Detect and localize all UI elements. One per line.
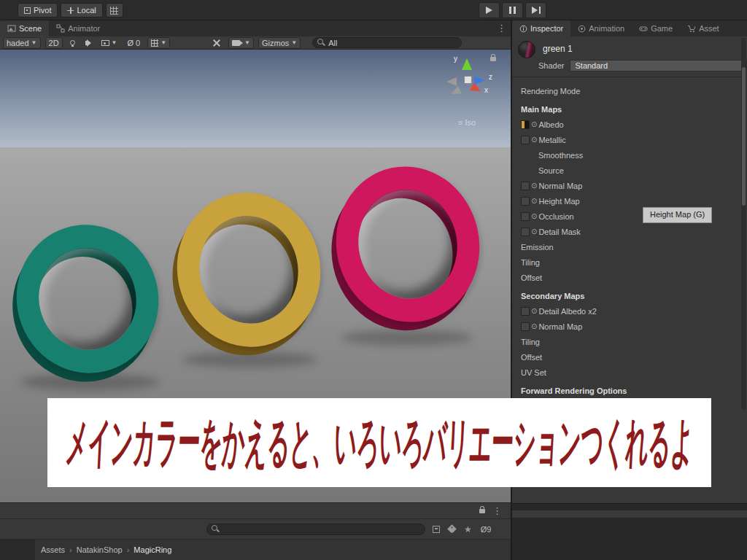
- texture-slot[interactable]: [521, 228, 530, 236]
- inspector-scrollbar[interactable]: [741, 38, 746, 410]
- shading-mode-dropdown[interactable]: haded ▼: [3, 37, 41, 49]
- scrollbar-thumb[interactable]: [742, 67, 746, 206]
- property-detail-mask[interactable]: ⊙Detail Mask: [512, 224, 747, 239]
- property-emission[interactable]: Emission: [512, 239, 747, 254]
- grid-dropdown[interactable]: ▼: [147, 37, 170, 49]
- axis-cone-negative-x[interactable]: [446, 77, 457, 86]
- scene-audio-toggle[interactable]: [82, 37, 94, 49]
- camera-dropdown[interactable]: ▼: [228, 37, 254, 49]
- property-label: Tiling: [521, 338, 540, 346]
- scene-icon: [7, 24, 16, 33]
- play-button[interactable]: [479, 2, 500, 18]
- property-tiling[interactable]: Tiling: [512, 334, 747, 349]
- orientation-gizmo[interactable]: y z x: [438, 57, 499, 104]
- breadcrumb-natakinshop[interactable]: NatakinShop: [77, 545, 123, 554]
- animator-icon: [56, 24, 65, 33]
- label-filter-icon[interactable]: [447, 524, 457, 534]
- object-picker-icon[interactable]: ⊙: [531, 136, 537, 144]
- property-tiling[interactable]: Tiling: [512, 254, 747, 270]
- scene-visibility-toggle[interactable]: Ø0: [125, 37, 144, 49]
- material-preview-sphere[interactable]: [518, 41, 535, 58]
- property-label: Main Maps: [521, 105, 562, 114]
- chevron-down-icon: ▼: [31, 39, 37, 46]
- property-offset[interactable]: Offset: [512, 270, 747, 285]
- object-picker-icon[interactable]: ⊙: [531, 197, 537, 205]
- object-picker-icon[interactable]: ⊙: [531, 228, 537, 236]
- grid-snap-button[interactable]: [106, 3, 123, 18]
- property-normal-map[interactable]: ⊙Normal Map: [512, 178, 747, 193]
- property-uv-set[interactable]: UV Set: [512, 365, 747, 380]
- shader-dropdown[interactable]: Standard: [570, 60, 747, 71]
- tab-game[interactable]: Game: [632, 20, 680, 36]
- step-button[interactable]: [525, 2, 546, 18]
- property-albedo[interactable]: ⊙Albedo: [512, 117, 747, 132]
- tab-scene-label: Scene: [19, 24, 42, 33]
- property-label: Metallic: [538, 136, 565, 144]
- tab-asset-store[interactable]: Asset: [680, 20, 727, 36]
- tooltip: Height Map (G): [643, 207, 712, 223]
- asset-store-cart-icon: [687, 25, 696, 33]
- tab-animation[interactable]: Animation: [570, 20, 632, 36]
- 2d-label: 2D: [49, 39, 59, 47]
- breadcrumb-separator: [127, 545, 130, 554]
- breadcrumb-magicring[interactable]: MagicRing: [133, 545, 171, 554]
- scene-panel-menu-icon[interactable]: ⋮: [497, 23, 506, 34]
- pause-button[interactable]: [502, 2, 523, 18]
- lock-icon[interactable]: [490, 57, 496, 61]
- project-search-input[interactable]: [206, 524, 425, 535]
- texture-slot[interactable]: [521, 136, 530, 144]
- property-rendering-mode[interactable]: Rendering Mode: [512, 83, 747, 98]
- texture-slot[interactable]: [521, 212, 530, 221]
- tab-scene[interactable]: Scene: [0, 20, 49, 36]
- texture-slot[interactable]: [521, 197, 530, 206]
- project-search-row: ★ Ø9: [0, 519, 511, 540]
- object-picker-icon[interactable]: ⊙: [531, 120, 537, 128]
- albedo-color-swatch[interactable]: [521, 120, 530, 129]
- gizmos-dropdown[interactable]: Gizmos ▼: [258, 37, 301, 49]
- lock-icon[interactable]: [479, 509, 485, 513]
- axis-cone-negative-z[interactable]: [449, 86, 462, 98]
- shading-mode-label: haded: [7, 39, 29, 47]
- axis-cone-y[interactable]: [462, 58, 472, 70]
- property-forward-rendering-options[interactable]: Forward Rendering Options: [512, 383, 747, 398]
- property-source[interactable]: Source: [512, 163, 747, 178]
- object-picker-icon[interactable]: ⊙: [531, 307, 537, 315]
- property-normal-map[interactable]: ⊙Normal Map: [512, 319, 747, 334]
- property-metallic[interactable]: ⊙Metallic: [512, 132, 747, 147]
- tab-animator[interactable]: Animator: [49, 20, 107, 36]
- texture-slot[interactable]: [521, 307, 530, 316]
- tab-inspector-label: Inspector: [530, 24, 563, 33]
- object-picker-icon[interactable]: ⊙: [531, 182, 537, 190]
- property-main-maps[interactable]: Main Maps: [512, 101, 747, 117]
- breadcrumb: Assets NatakinShop MagicRing: [0, 540, 511, 560]
- projection-toggle[interactable]: ≡ Iso: [458, 118, 476, 127]
- grid-snap-icon: [110, 7, 118, 15]
- local-button[interactable]: Local: [61, 3, 102, 18]
- favorite-star-icon[interactable]: ★: [464, 524, 472, 534]
- texture-slot[interactable]: [521, 322, 530, 331]
- toggle-2d-button[interactable]: 2D: [45, 37, 63, 49]
- property-label: Offset: [521, 353, 542, 362]
- grid-icon: [151, 39, 158, 47]
- axis-label-y: y: [454, 55, 457, 63]
- pivot-button[interactable]: Pivot: [18, 3, 58, 18]
- property-offset[interactable]: Offset: [512, 349, 747, 365]
- project-menu-icon[interactable]: ⋮: [492, 505, 502, 516]
- component-tools-button[interactable]: [209, 37, 224, 49]
- package-filter-icon[interactable]: [433, 526, 440, 533]
- object-picker-icon[interactable]: ⊙: [531, 212, 537, 220]
- scene-effects-dropdown[interactable]: ▼: [98, 37, 120, 49]
- object-picker-icon[interactable]: ⊙: [531, 322, 537, 330]
- property-label: Albedo: [538, 120, 563, 129]
- property-smoothness[interactable]: Smoothness: [512, 147, 747, 163]
- project-visibility-toggle[interactable]: Ø9: [481, 525, 492, 534]
- breadcrumb-assets[interactable]: Assets: [41, 545, 65, 554]
- scene-lighting-toggle[interactable]: [67, 37, 78, 49]
- tab-inspector[interactable]: Inspector: [512, 20, 570, 36]
- property-detail-albedo-x2[interactable]: ⊙Detail Albedo x2: [512, 303, 747, 319]
- scene-search-input[interactable]: All: [312, 37, 462, 48]
- property-height-map[interactable]: ⊙Height Map: [512, 193, 747, 209]
- texture-slot[interactable]: [521, 182, 530, 190]
- property-secondary-maps[interactable]: Secondary Maps: [512, 288, 747, 303]
- gizmo-hub[interactable]: [464, 76, 472, 84]
